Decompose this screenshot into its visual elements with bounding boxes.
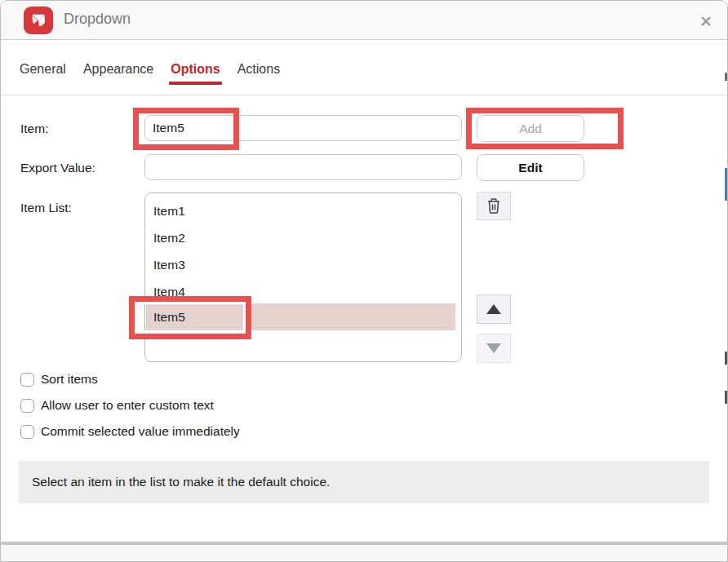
tab-actions[interactable]: Actions — [237, 62, 280, 95]
list-item-label: Item1 — [153, 204, 185, 219]
list-item-label: Item4 — [153, 285, 185, 299]
tab-general[interactable]: General — [20, 62, 66, 95]
tab-actions-label: Actions — [237, 62, 280, 76]
right-edge-artifact — [725, 1, 727, 561]
footer-bar — [1, 545, 727, 562]
delete-item-button[interactable] — [477, 192, 511, 220]
window-title: Dropdown — [64, 11, 131, 28]
allow-custom-text-label: Allow user to enter custom text — [41, 398, 214, 413]
list-item-label: Item3 — [153, 258, 185, 272]
list-item[interactable]: Item2 — [146, 224, 455, 251]
edge-mark — [725, 391, 727, 404]
arrow-up-icon — [486, 304, 501, 314]
edge-blue-mark — [725, 168, 727, 201]
tab-options[interactable]: Options — [171, 62, 220, 95]
item-listbox[interactable]: Item1 Item2 Item3 Item4 Item5 — [144, 192, 462, 362]
item-input-value: Item5 — [153, 121, 184, 135]
move-item-down-button[interactable] — [477, 334, 511, 363]
close-icon[interactable]: ✕ — [695, 11, 717, 32]
edit-button[interactable]: Edit — [477, 154, 584, 181]
list-item-label: Item2 — [153, 231, 185, 246]
move-item-up-button[interactable] — [477, 294, 511, 324]
edit-button-label: Edit — [518, 161, 542, 175]
acrobat-logo-icon — [24, 7, 53, 34]
sort-items-row: Sort items — [20, 372, 98, 387]
tab-options-label: Options — [171, 62, 220, 76]
tab-appearance-label: Appearance — [83, 62, 153, 76]
list-item[interactable]: Item4 — [146, 278, 455, 305]
tab-general-label: General — [20, 62, 66, 76]
add-button-label: Add — [519, 122, 542, 136]
info-text: Select an item in the list to make it th… — [32, 475, 330, 489]
list-item-selected[interactable]: Item5 — [146, 303, 455, 330]
list-item[interactable]: Item3 — [146, 251, 455, 278]
commit-immediately-row: Commit selected value immediately — [20, 424, 240, 439]
trash-icon — [486, 197, 501, 215]
active-tab-underline — [169, 82, 221, 85]
list-item-label: Item5 — [153, 310, 185, 325]
add-button[interactable]: Add — [477, 115, 584, 142]
allow-custom-text-row: Allow user to enter custom text — [20, 398, 214, 413]
allow-custom-text-checkbox[interactable] — [20, 399, 34, 413]
item-list-label: Item List: — [20, 201, 72, 215]
tab-bar: General Appearance Options Actions — [1, 41, 727, 95]
export-value-label: Export Value: — [20, 161, 95, 175]
sort-items-checkbox[interactable] — [20, 373, 34, 387]
commit-immediately-label: Commit selected value immediately — [41, 424, 240, 439]
list-item[interactable]: Item1 — [146, 197, 455, 224]
edge-mark — [725, 352, 727, 365]
export-value-input[interactable] — [144, 154, 462, 180]
edge-mark — [725, 73, 727, 81]
info-bar: Select an item in the list to make it th… — [19, 461, 709, 503]
commit-immediately-checkbox[interactable] — [20, 425, 34, 439]
item-input[interactable]: Item5 — [144, 115, 462, 141]
title-bar: Dropdown ✕ — [1, 1, 727, 40]
item-label: Item: — [20, 122, 48, 136]
sort-items-label: Sort items — [41, 372, 98, 387]
tab-appearance[interactable]: Appearance — [83, 62, 153, 95]
dropdown-properties-dialog: Dropdown ✕ General Appearance Options Ac… — [0, 0, 728, 562]
arrow-down-icon — [486, 343, 501, 353]
